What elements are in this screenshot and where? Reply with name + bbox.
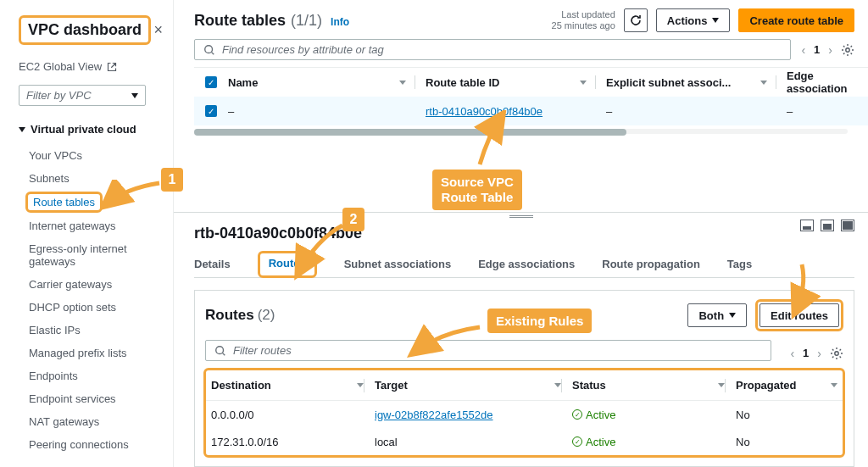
routes-filter-both[interactable]: Both: [687, 303, 747, 327]
sidebar-item-your-vpcs[interactable]: Your VPCs: [19, 144, 166, 167]
refresh-button[interactable]: [624, 8, 648, 32]
sidebar-item-elastic-ips[interactable]: Elastic IPs: [19, 319, 166, 342]
sort-icon: [554, 383, 561, 387]
annotation-badge-2: 2: [342, 208, 364, 231]
last-updated-label: Last updated: [552, 9, 615, 20]
col-status[interactable]: Status: [572, 379, 725, 392]
layout-compact-button[interactable]: [800, 220, 814, 231]
annotation-badge-1: 1: [161, 168, 183, 192]
tab-edge-assoc[interactable]: Edge associations: [478, 251, 575, 277]
actions-button[interactable]: Actions: [656, 8, 731, 32]
col-destination[interactable]: Destination: [211, 379, 364, 392]
horizontal-scrollbar[interactable]: [194, 129, 848, 134]
pager-prev[interactable]: ‹: [801, 43, 805, 57]
edit-routes-label: Edit routes: [771, 309, 828, 322]
routes-pager-prev[interactable]: ‹: [790, 347, 794, 360]
ec2-global-view-link[interactable]: EC2 Global View: [19, 60, 166, 73]
refresh-icon: [629, 14, 643, 27]
routes-pager-next[interactable]: ›: [817, 347, 821, 360]
gear-icon[interactable]: [830, 347, 843, 360]
page-title: Route tables: [194, 12, 286, 30]
last-updated: Last updated 25 minutes ago: [552, 9, 615, 31]
close-icon[interactable]: ×: [153, 21, 163, 39]
sidebar-item-egress-gateways[interactable]: Egress-only internet gateways: [19, 237, 166, 273]
check-circle-icon: ✓: [572, 409, 582, 420]
search-icon: [214, 345, 226, 357]
filter-by-vpc-select[interactable]: Filter by VPC: [19, 85, 146, 106]
filter-placeholder: Filter by VPC: [26, 89, 92, 102]
search-placeholder: Find resources by attribute or tag: [222, 43, 384, 56]
edit-routes-button[interactable]: Edit routes: [760, 303, 839, 327]
routes-pager-num: 1: [803, 347, 809, 359]
search-icon: [203, 44, 215, 56]
external-link-icon: [107, 62, 117, 72]
pager-next[interactable]: ›: [828, 43, 832, 57]
split-handle[interactable]: [174, 212, 868, 221]
cell-target: local: [375, 436, 561, 448]
tab-subnet-assoc[interactable]: Subnet associations: [344, 251, 451, 277]
page-header: Route tables (1/1) Info Last updated 25 …: [174, 0, 868, 32]
layout-full-button[interactable]: [841, 220, 854, 231]
section-toggle-vpc[interactable]: Virtual private cloud: [19, 123, 166, 136]
igw-link[interactable]: igw-02b8f822afe1552de: [375, 409, 493, 421]
top-pager: ‹ 1 ›: [801, 43, 854, 57]
col-edge-assoc[interactable]: Edge association: [787, 69, 868, 95]
sidebar-item-nat-gateways[interactable]: NAT gateways: [19, 410, 166, 433]
tab-route-propagation[interactable]: Route propagation: [602, 251, 700, 277]
sidebar-item-internet-gateways[interactable]: Internet gateways: [19, 214, 166, 237]
chevron-down-icon: [712, 18, 719, 23]
check-circle-icon: ✓: [572, 436, 582, 447]
detail-tabs: Details Routes Subnet associations Edge …: [194, 251, 854, 278]
status-badge: ✓Active: [572, 436, 615, 448]
sidebar-item-subnets[interactable]: Subnets: [19, 167, 166, 190]
sidebar-item-managed-prefix-lists[interactable]: Managed prefix lists: [19, 342, 166, 364]
col-name[interactable]: Name: [228, 76, 415, 89]
tab-tags[interactable]: Tags: [727, 251, 752, 277]
create-route-table-button[interactable]: Create route table: [738, 8, 854, 32]
info-link[interactable]: Info: [331, 16, 349, 28]
routes-table-header: Destination Target Status Propagated: [206, 370, 843, 401]
table-row[interactable]: ✓ – rtb-0410a90c0b0f84b0e – –: [194, 97, 868, 125]
gear-icon[interactable]: [841, 43, 854, 57]
cell-prop: No: [736, 436, 837, 448]
layout-medium-button[interactable]: [821, 220, 834, 231]
sort-icon: [399, 81, 406, 85]
sort-icon: [580, 81, 587, 85]
cell-dest: 172.31.0.0/16: [211, 436, 364, 448]
tab-details[interactable]: Details: [194, 251, 231, 277]
routes-filter-input[interactable]: Filter routes: [205, 340, 771, 361]
row-checkbox[interactable]: ✓: [205, 105, 217, 117]
cell-assoc: –: [606, 105, 776, 118]
svg-point-0: [205, 45, 213, 53]
routes-title: Routes: [205, 307, 254, 324]
tab-routes[interactable]: Routes: [258, 251, 317, 278]
cell-name: –: [228, 105, 415, 118]
col-route-table-id[interactable]: Route table ID: [426, 76, 595, 89]
select-all-checkbox[interactable]: ✓: [205, 76, 217, 88]
sidebar-item-dhcp-option-sets[interactable]: DHCP option sets: [19, 296, 166, 319]
sidebar-item-carrier-gateways[interactable]: Carrier gateways: [19, 273, 166, 296]
routes-table-highlight: Destination Target Status Propagated 0.0…: [203, 368, 845, 458]
col-propagated[interactable]: Propagated: [736, 379, 837, 392]
routes-pager: ‹ 1 ›: [790, 347, 843, 360]
col-subnet-assoc[interactable]: Explicit subnet associ...: [606, 76, 776, 89]
main-panel: Route tables (1/1) Info Last updated 25 …: [174, 0, 868, 467]
section-label: Virtual private cloud: [31, 123, 136, 136]
edit-routes-highlight: Edit routes: [755, 299, 843, 331]
routes-count: (2): [258, 307, 275, 324]
caret-down-icon: [19, 127, 25, 132]
actions-label: Actions: [667, 14, 708, 27]
scrollbar-thumb[interactable]: [194, 129, 626, 136]
sidebar: VPC dashboard × EC2 Global View Filter b…: [0, 0, 174, 467]
sidebar-item-endpoint-services[interactable]: Endpoint services: [19, 387, 166, 410]
search-input[interactable]: Find resources by attribute or tag: [194, 39, 791, 60]
both-label: Both: [698, 309, 724, 322]
sidebar-item-route-tables[interactable]: Route tables: [25, 192, 103, 213]
route-table-id-link[interactable]: rtb-0410a90c0b0f84b0e: [426, 105, 542, 118]
pager-number: 1: [814, 43, 820, 56]
sidebar-item-endpoints[interactable]: Endpoints: [19, 364, 166, 387]
sidebar-item-peering-connections[interactable]: Peering connections: [19, 433, 166, 456]
col-target[interactable]: Target: [375, 379, 561, 392]
table-header-row: ✓ Name Route table ID Explicit subnet as…: [194, 68, 868, 97]
detail-layout-buttons: [800, 220, 854, 231]
